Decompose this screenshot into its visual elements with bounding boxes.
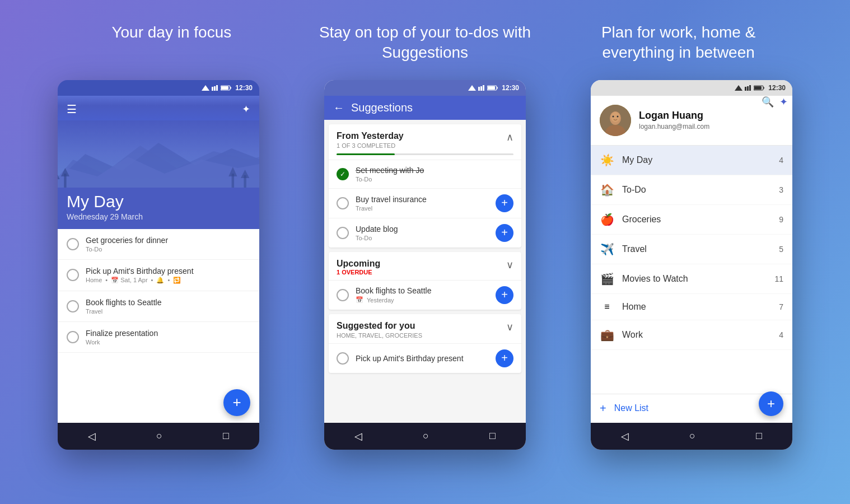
nav-item-groceries[interactable]: 🍎 Groceries 9 [591,205,792,235]
from-yesterday-header: From Yesterday 1 OF 3 COMPLETED ∧ [329,124,521,153]
recent-nav-2[interactable]: □ [489,430,496,442]
suggestion-item-blog: Update blog To-Do + [329,218,521,248]
task-circle-travel[interactable] [337,197,349,209]
svg-point-35 [611,112,620,122]
search-icon-ph3[interactable]: 🔍 [762,96,774,108]
svg-point-36 [613,115,614,117]
task-circle-birthday[interactable] [337,352,349,365]
hamburger-icon[interactable]: ☰ [67,102,77,116]
nav-item-home[interactable]: ≡ Home 7 [591,294,792,320]
myday-icon: ☀️ [600,153,614,167]
add-update-blog-btn[interactable]: + [496,224,513,242]
phone3-topbar: 🔍 ✦ [762,96,788,108]
tagline-left: Your day in focus [59,22,283,63]
time-2: 12:30 [502,84,519,92]
back-nav-2[interactable]: ◁ [354,430,362,442]
tagline-center: Stay on top of your to-dos with Suggesti… [313,22,537,63]
task-checkbox-1[interactable] [67,238,79,250]
nav-item-travel[interactable]: ✈️ Travel 5 [591,235,792,264]
user-avatar [600,105,631,136]
update-blog-meta: To-Do [356,235,489,241]
suggestions-title: Suggestions [351,101,413,114]
suggested-header: Suggested for you HOME, TRAVEL, GROCERIE… [329,314,521,343]
svg-rect-28 [749,85,751,91]
chevron-down-upcoming[interactable]: ∨ [506,259,513,271]
svg-marker-25 [735,85,742,91]
todo-icon: 🏠 [600,183,614,197]
taglines-row: Your day in focus Stay on top of your to… [0,0,850,80]
recent-nav-1[interactable]: □ [223,430,229,442]
task-title-1: Get groceries for dinner [86,236,250,245]
svg-marker-0 [202,85,209,91]
progress-fill [337,153,395,155]
phone1-header: ☰ ✦ [58,96,259,120]
task-meta-1: To-Do [86,246,250,253]
birthday-title: Pick up Amit's Birthday present [356,354,489,363]
back-button-2[interactable]: ← [333,101,344,114]
home-nav-2[interactable]: ○ [423,430,429,442]
phone-3: 12:30 🔍 ✦ Logan Huang l [591,80,792,450]
travel-insurance-meta: Travel [356,205,489,212]
task-circle-blog[interactable] [337,227,349,239]
svg-rect-26 [745,87,746,91]
movies-label: Movies to Watch [622,274,767,284]
phone-1: 12:30 ☰ ✦ [58,80,259,450]
light-icon-1[interactable]: ✦ [242,103,250,115]
light-icon-ph3[interactable]: ✦ [779,96,788,108]
back-nav-3[interactable]: ◁ [621,430,629,442]
chevron-up-yesterday[interactable]: ∧ [506,131,513,143]
tagline-right: Plan for work, home & everything in betw… [567,22,791,63]
back-nav-1[interactable]: ◁ [88,430,96,442]
task-checkbox-2[interactable] [67,269,79,281]
profile-email: logan.huang@mail.com [639,123,709,130]
nav-item-todo[interactable]: 🏠 To-Do 3 [591,175,792,205]
task-circle-flights[interactable] [337,289,349,301]
profile-name: Logan Huang [639,110,709,122]
home-nav-1[interactable]: ○ [156,430,162,442]
status-bar-1: 12:30 [58,80,259,96]
task-checkbox-4[interactable] [67,331,79,343]
task-meta-2: Home • 📅 Sat, 1 Apr • 🔔 • 🔁 [86,277,250,284]
movies-count: 11 [774,274,783,283]
phone2-header: ← Suggestions [324,96,526,120]
from-yesterday-card: From Yesterday 1 OF 3 COMPLETED ∧ ✓ Set … [329,124,521,248]
home-nav-3[interactable]: ○ [689,430,695,442]
nav-item-work[interactable]: 💼 Work 4 [591,320,792,350]
task-checkbox-3[interactable] [67,300,79,312]
chevron-down-suggested[interactable]: ∨ [506,321,513,333]
book-flights-meta: 📅Yesterday [356,296,489,304]
task-circle-completed[interactable]: ✓ [337,168,349,180]
suggested-card: Suggested for you HOME, TRAVEL, GROCERIE… [329,314,521,373]
set-meeting-title: Set meeting with Jo [356,166,513,175]
status-icons-2 [468,85,498,91]
new-list-icon: + [600,402,606,415]
svg-rect-3 [216,85,218,91]
nav-item-myday[interactable]: ☀️ My Day 4 [591,146,792,175]
suggestions-body: From Yesterday 1 OF 3 COMPLETED ∧ ✓ Set … [324,120,526,423]
suggestion-item-birthday: Pick up Amit's Birthday present + [329,343,521,373]
svg-rect-21 [483,85,484,91]
from-yesterday-sub: 1 OF 3 COMPLETED [337,142,404,149]
svg-rect-24 [488,86,495,90]
phone-2: 12:30 ← Suggestions From Yesterday 1 OF … [324,80,526,450]
book-flights-title: Book flights to Seattle [356,286,489,295]
nav-item-movies[interactable]: 🎬 Movies to Watch 11 [591,264,792,294]
recent-nav-3[interactable]: □ [756,430,762,442]
home-list-label: Home [622,302,771,312]
suggested-title: Suggested for you [337,321,422,331]
travel-label: Travel [622,244,771,254]
svg-rect-20 [480,86,482,91]
add-travel-insurance-btn[interactable]: + [496,194,513,212]
mountain-background [58,120,259,188]
todo-label: To-Do [622,185,771,195]
svg-rect-19 [478,87,480,91]
add-task-fab[interactable]: + [223,389,250,416]
phones-container: 12:30 ☰ ✦ [0,80,850,450]
add-flights-btn[interactable]: + [496,286,513,304]
svg-rect-6 [221,86,228,90]
svg-point-37 [617,115,619,117]
work-icon: 💼 [600,328,614,342]
add-list-fab[interactable]: + [759,391,783,416]
add-birthday-btn[interactable]: + [496,349,513,367]
task-item: Get groceries for dinner To-Do [58,229,259,260]
